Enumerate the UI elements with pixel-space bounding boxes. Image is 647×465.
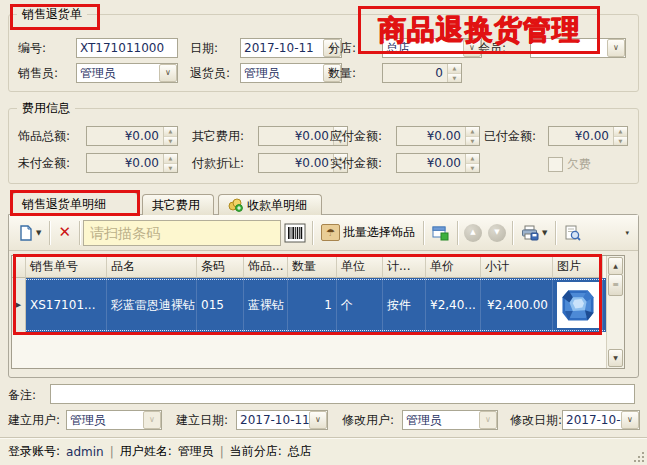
col-header[interactable]: 单价 bbox=[426, 256, 481, 278]
spinner-buttons[interactable]: ▲▼ bbox=[447, 64, 461, 82]
remark-label: 备注: bbox=[8, 385, 36, 405]
col-header[interactable]: 计... bbox=[383, 256, 426, 278]
arrears-checkbox[interactable] bbox=[548, 157, 563, 172]
cell-subtotal[interactable]: ¥2,400.00 bbox=[481, 278, 553, 332]
branch-select[interactable]: 总店 ∨ bbox=[382, 38, 482, 58]
barcode-button[interactable] bbox=[281, 219, 309, 247]
modify-date-select[interactable]: 2017-10-11 ∨ bbox=[562, 410, 640, 430]
chevron-down-icon[interactable]: ∨ bbox=[607, 39, 625, 57]
col-header[interactable]: 图片 bbox=[553, 256, 603, 278]
grid-add-icon bbox=[432, 225, 449, 241]
tab-label: 销售退货单明细 bbox=[22, 196, 106, 213]
chevron-down-icon[interactable]: ∨ bbox=[309, 411, 327, 429]
qty-stepper[interactable]: 0 ▲▼ bbox=[382, 63, 462, 83]
spinner-buttons[interactable]: ▲▼ bbox=[465, 154, 479, 172]
seller-select[interactable]: 管理员 ∨ bbox=[76, 63, 178, 83]
fee-total-label: 饰品总额: bbox=[18, 126, 70, 146]
remark-input[interactable] bbox=[50, 384, 635, 404]
unpaid-field[interactable]: ¥0.00 ▲▼ bbox=[86, 153, 178, 173]
spinner-buttons[interactable]: ▲▼ bbox=[163, 154, 177, 172]
member-label: 会员: bbox=[478, 38, 506, 58]
tab-return-detail[interactable]: 销售退货单明细 bbox=[12, 192, 138, 215]
status-bar: 登录账号: admin | 用户姓名: 管理员 | 当前分店: 总店 bbox=[0, 437, 647, 465]
chevron-down-icon[interactable]: ∨ bbox=[621, 411, 639, 429]
spin-down-icon[interactable]: ▼ bbox=[164, 136, 177, 146]
returner-select[interactable]: 管理员 ∨ bbox=[240, 63, 342, 83]
cell-category[interactable]: 蓝裸钻 bbox=[244, 278, 288, 332]
print-button[interactable]: ▼ bbox=[516, 219, 552, 247]
scroll-down-button[interactable]: ▼ bbox=[608, 349, 623, 367]
spin-down-icon[interactable]: ▼ bbox=[448, 73, 461, 83]
new-row-button[interactable]: ▼ bbox=[13, 219, 46, 247]
actual-paid-field[interactable]: ¥0.00 ▲▼ bbox=[396, 153, 480, 173]
blue-diamond-image bbox=[559, 285, 597, 325]
modify-user-select[interactable]: 管理员 ∨ bbox=[402, 410, 498, 430]
cell-price[interactable]: ¥2,40... bbox=[426, 278, 481, 332]
create-user-select[interactable]: 管理员 ∨ bbox=[66, 410, 162, 430]
cell-pricing[interactable]: 按件 bbox=[383, 278, 426, 332]
table-row-selected[interactable]: ▶ XS17101... 彩蓝雷恩迪裸钻 015 蓝裸钻 1 个 按件 ¥2,4… bbox=[12, 278, 624, 332]
fee-total-field[interactable]: ¥0.00 ▲▼ bbox=[86, 126, 178, 146]
spin-down-icon[interactable]: ▼ bbox=[466, 136, 479, 146]
spinner-buttons[interactable]: ▲▼ bbox=[163, 127, 177, 145]
detail-toolbar: ▼ ✕ ☂ 批量选择饰品 ▲ ▼ bbox=[9, 215, 638, 251]
member-select[interactable]: ∨ bbox=[530, 38, 626, 58]
order-date-select[interactable]: 2017-10-11 ∨ bbox=[240, 38, 342, 58]
create-date-select[interactable]: 2017-10-11 ∨ bbox=[236, 410, 328, 430]
spin-up-icon[interactable]: ▲ bbox=[466, 154, 479, 163]
spinner-buttons[interactable]: ▲▼ bbox=[613, 127, 627, 145]
cell-unit[interactable]: 个 bbox=[337, 278, 383, 332]
spin-up-icon[interactable]: ▲ bbox=[614, 127, 627, 136]
spin-down-icon[interactable]: ▼ bbox=[466, 163, 479, 173]
chevron-down-icon[interactable]: ∨ bbox=[479, 411, 497, 429]
arrears-label: 欠费 bbox=[567, 154, 591, 174]
spin-down-icon[interactable]: ▼ bbox=[164, 163, 177, 173]
edit-grid-button[interactable] bbox=[427, 219, 454, 247]
cell-image[interactable] bbox=[553, 278, 603, 332]
spin-up-icon[interactable]: ▲ bbox=[164, 154, 177, 163]
col-header[interactable]: 条码 bbox=[197, 256, 244, 278]
col-header[interactable]: 销售单号 bbox=[26, 256, 107, 278]
login-account-label: 登录账号: bbox=[8, 443, 60, 460]
grid-vertical-scrollbar[interactable]: ▲ ≡ ▼ bbox=[606, 256, 624, 368]
col-header[interactable]: 饰品... bbox=[244, 256, 288, 278]
cell-sale-no[interactable]: XS17101... bbox=[26, 278, 107, 332]
cell-product-name[interactable]: 彩蓝雷恩迪裸钻 bbox=[107, 278, 197, 332]
spin-up-icon[interactable]: ▲ bbox=[448, 64, 461, 73]
print-preview-button[interactable] bbox=[559, 219, 586, 247]
resize-grip-icon[interactable] bbox=[634, 452, 645, 463]
batch-select-label: 批量选择饰品 bbox=[343, 224, 415, 241]
delete-row-button[interactable]: ✕ bbox=[53, 219, 76, 247]
chevron-down-icon[interactable]: ∨ bbox=[159, 64, 177, 82]
delete-icon: ✕ bbox=[58, 225, 71, 240]
move-up-button[interactable]: ▲ bbox=[461, 219, 485, 247]
col-header[interactable]: 单位 bbox=[337, 256, 383, 278]
scroll-thumb[interactable]: ≡ bbox=[608, 274, 623, 296]
modify-user-label: 修改用户: bbox=[342, 410, 394, 430]
toolbar-overflow-button[interactable]: ▾ bbox=[620, 219, 634, 247]
payable-field[interactable]: ¥0.00 ▲▼ bbox=[396, 126, 480, 146]
cell-barcode[interactable]: 015 bbox=[197, 278, 244, 332]
move-down-button[interactable]: ▼ bbox=[485, 219, 509, 247]
col-header[interactable]: 数量 bbox=[288, 256, 337, 278]
cell-qty[interactable]: 1 bbox=[288, 278, 337, 332]
row-indicator: ▶ bbox=[12, 278, 26, 332]
col-header[interactable]: 小计 bbox=[481, 256, 553, 278]
spin-up-icon[interactable]: ▲ bbox=[466, 127, 479, 136]
spin-up-icon[interactable]: ▲ bbox=[164, 127, 177, 136]
paid-label: 已付金额: bbox=[484, 126, 536, 146]
paid-field[interactable]: ¥0.00 ▲▼ bbox=[548, 126, 628, 146]
tab-other-fee[interactable]: 其它费用 bbox=[142, 194, 214, 215]
barcode-scan-input[interactable] bbox=[83, 220, 281, 246]
chevron-down-icon[interactable]: ∨ bbox=[143, 411, 161, 429]
batch-select-button[interactable]: ☂ 批量选择饰品 bbox=[316, 219, 420, 247]
tab-label: 其它费用 bbox=[152, 197, 200, 214]
tab-receipt-detail[interactable]: 收款单明细 bbox=[218, 194, 322, 215]
create-user-label: 建立用户: bbox=[8, 410, 60, 430]
grid-empty-area bbox=[12, 332, 624, 368]
col-header[interactable]: 品名 bbox=[107, 256, 197, 278]
spinner-buttons[interactable]: ▲▼ bbox=[465, 127, 479, 145]
scroll-up-button[interactable]: ▲ bbox=[608, 257, 623, 275]
order-no-input[interactable] bbox=[76, 38, 178, 58]
spin-down-icon[interactable]: ▼ bbox=[614, 136, 627, 146]
